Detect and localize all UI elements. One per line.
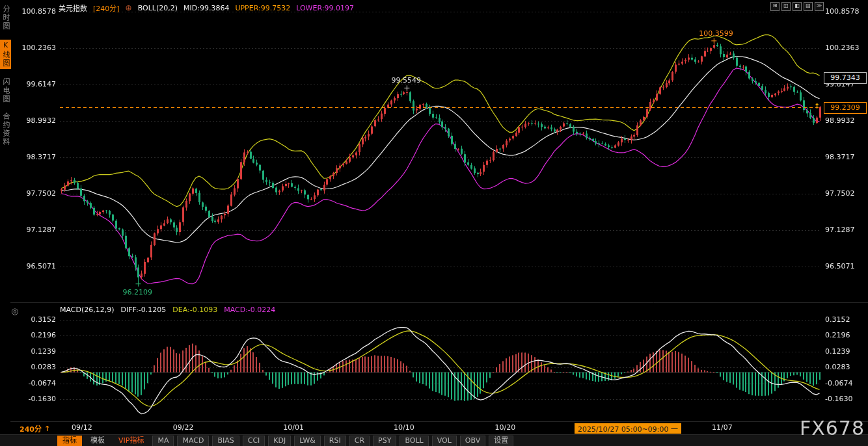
price-axis-label-right: 96.5071 [825,262,855,270]
symbol-name: 美元指数 [59,3,87,13]
macd-axis-label-left: -0.1630 [16,395,56,403]
x-axis-label: 11/07 [712,423,733,432]
price-direction-arrow-icon: ↑ [814,102,820,111]
toolbar-button-2[interactable]: BIAS [212,436,239,446]
boll-lower-value: LOWER:99.0197 [296,4,354,12]
toolbar: 指标模板VIP指标MAMACDBIASCCIKDJLW&RSICRPSYBOLL… [57,436,513,446]
price-axis-label-right: 100.2363 [825,44,860,52]
toolbar-tab-2[interactable]: VIP指标 [113,436,149,446]
toolbar-button-9[interactable]: BOLL [400,436,428,446]
toolbar-button-1[interactable]: MACD [177,436,209,446]
price-annotation: 96.2109 [123,288,153,296]
price-axis-label-right: 98.3717 [825,153,855,161]
toolbar-button-11[interactable]: OBV [460,436,485,446]
x-axis-label: 09/22 [173,423,194,432]
toolbar-button-6[interactable]: RSI [324,436,346,446]
footer-period: 240分 ↑ [20,423,50,434]
current-price-tag: 99.2309 [824,102,867,114]
watermark: FX678 [800,417,865,439]
macd-macd-value: MACD:-0.0224 [224,306,275,314]
boll-label: BOLL(20,2) [138,4,178,12]
chart-header: 美元指数 [240分] ⊕ BOLL(20,2) MID:99.3864 UPP… [59,3,354,13]
boll-mid-value: MID:99.3864 [183,4,229,12]
layout-two-column-icon[interactable]: ◫ [781,2,791,11]
toolbar-button-5[interactable]: LW& [294,436,321,446]
sidebar: 分时图K线图闪电图合约资料 [0,5,10,146]
x-axis-label: 10/01 [283,423,304,432]
toolbar-button-7[interactable]: CR [349,436,370,446]
footer-up-arrow-icon[interactable]: ↑ [44,425,50,433]
sidebar-tab-3[interactable]: 合约资料 [0,112,10,146]
price-axis-label-left: 98.3717 [16,153,56,161]
macd-label: MACD(26,12,9) [60,306,115,314]
toolbar-tab-1[interactable]: 模板 [85,436,110,446]
price-axis-label-right: 98.9932 [825,116,855,125]
price-axis-label-left: 98.9932 [16,116,56,125]
macd-axis-label-left: -0.0674 [16,379,56,387]
macd-axis-label-left: 0.1239 [16,347,56,356]
macd-axis-label-left: 0.3152 [16,315,56,324]
price-axis-label-left: 96.5071 [16,262,56,270]
macd-diff-value: DIFF:-0.1205 [121,306,167,314]
sidebar-tab-2[interactable]: 闪电图 [0,78,10,103]
sidebar-tab-1[interactable]: K线图 [0,40,11,69]
layout-left-panel-icon[interactable]: ◧ [793,2,802,11]
boll-upper-price-tag: 99.7343 [824,72,867,84]
macd-axis-label-left: 0.2196 [16,331,56,339]
toolbar-button-4[interactable]: KDJ [268,436,291,446]
toolbar-button-8[interactable]: PSY [373,436,396,446]
price-axis-label-left: 99.6147 [16,80,56,88]
layout-grid-icon[interactable]: ⊞ [770,2,780,11]
macd-header: MACD(26,12,9) DIFF:-0.1205 DEA:-0.1093 M… [60,306,275,314]
x-axis-label: 10/20 [495,423,516,432]
boll-upper-value: UPPER:99.7532 [235,4,290,12]
price-annotation: 99.5549 [392,76,422,85]
price-axis-label-right: 97.7502 [825,189,855,198]
macd-axis-label-right: -0.1630 [825,395,852,403]
toolbar-button-3[interactable]: CCI [243,436,265,446]
toolbar-button-10[interactable]: VOL [432,436,457,446]
x-axis-label-selected: 2025/10/27 05:00~09:00 一 [575,423,681,434]
toolbar-tab-0[interactable]: 指标 [57,436,82,446]
toolbar-button-0[interactable]: MA [152,436,174,446]
x-axis-label: 10/10 [394,423,414,432]
macd-axis-label-right: 0.1239 [825,347,850,356]
macd-axis-label-right: -0.0674 [825,379,852,387]
add-indicator-icon[interactable]: ⊕ [126,3,132,12]
price-axis-label-right: 97.1287 [825,226,855,234]
period-label[interactable]: [240分] [93,3,120,13]
layout-rows-icon[interactable]: ▤ [804,2,813,11]
price-axis-label-right: 100.8578 [825,7,860,16]
price-axis-label-left: 97.7502 [16,189,56,198]
x-axis-label: 09/12 [72,423,92,432]
sidebar-tab-0[interactable]: 分时图 [0,5,10,31]
macd-axis-label-right: 0.3152 [825,315,850,324]
footer-period-label[interactable]: 240分 [20,423,42,434]
trading-app-window: 分时图K线图闪电图合约资料 美元指数 [240分] ⊕ BOLL(20,2) M… [0,0,868,446]
window-controls: ⊞◫◧▤≫ [770,2,824,11]
chart-canvas[interactable] [0,0,868,446]
macd-axis-label-right: 0.2196 [825,331,850,339]
toolbar-button-12[interactable]: 设置 [489,436,513,446]
macd-axis-label-left: 0.0283 [16,363,56,371]
layout-expand-icon[interactable]: ≫ [815,2,824,11]
macd-dea-value: DEA:-0.1093 [172,306,217,314]
price-axis-label-left: 100.8578 [16,7,56,16]
price-axis-label-left: 97.1287 [16,226,56,234]
macd-axis-label-right: 0.0283 [825,363,850,371]
indicator-settings-icon[interactable]: ◎ [11,306,18,316]
price-annotation: 100.3599 [699,29,733,38]
price-axis-label-left: 100.2363 [16,44,56,52]
